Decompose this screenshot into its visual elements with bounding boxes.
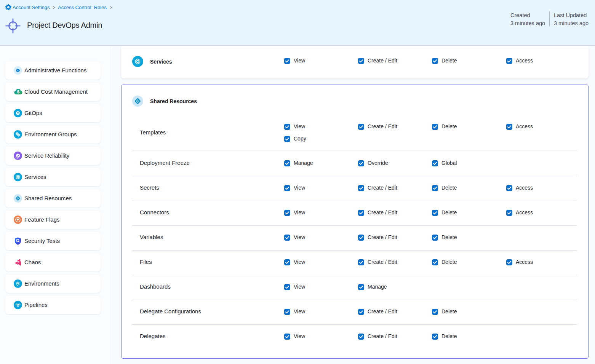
svg-text:$: $: [17, 89, 20, 94]
